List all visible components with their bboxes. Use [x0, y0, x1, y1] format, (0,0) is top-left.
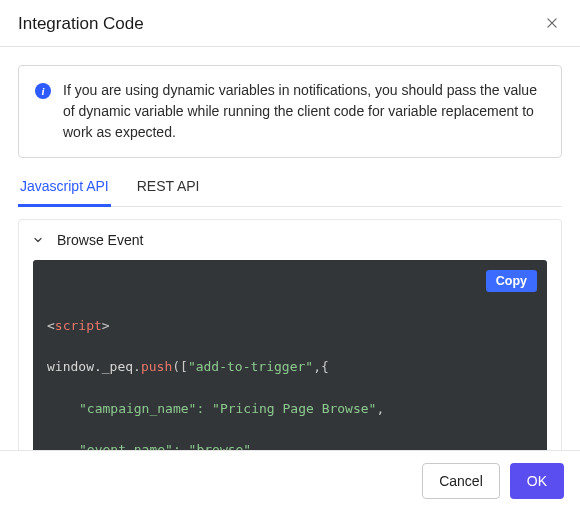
code-token: ,{ — [313, 359, 329, 374]
cancel-button[interactable]: Cancel — [422, 463, 500, 499]
code-token: "add-to-trigger" — [188, 359, 313, 374]
info-banner: i If you are using dynamic variables in … — [18, 65, 562, 158]
section-title: Browse Event — [57, 232, 143, 248]
browse-event-panel: Browse Event Copy <script> window._peq.p… — [18, 219, 562, 450]
code-token: "browse" — [189, 442, 252, 450]
code-token: push — [141, 359, 172, 374]
code-token: "event_name": — [79, 442, 181, 450]
tabs: Javascript API REST API — [18, 172, 562, 207]
tab-rest-api[interactable]: REST API — [135, 172, 202, 207]
copy-button[interactable]: Copy — [486, 270, 537, 292]
info-icon: i — [35, 83, 51, 99]
code-token: window._peq — [47, 359, 133, 374]
code-token: "Pricing Page Browse" — [212, 401, 376, 416]
close-icon — [545, 16, 559, 33]
section-toggle[interactable]: Browse Event — [19, 220, 561, 260]
code-block: Copy <script> window._peq.push(["add-to-… — [33, 260, 547, 450]
code-token: script — [55, 318, 102, 333]
chevron-down-icon — [31, 233, 45, 247]
code-token: ([ — [172, 359, 188, 374]
code-token: "campaign_name": — [79, 401, 204, 416]
ok-button[interactable]: OK — [510, 463, 564, 499]
info-text: If you are using dynamic variables in no… — [63, 80, 545, 143]
code-token: > — [102, 318, 110, 333]
code-token: , — [251, 442, 259, 450]
close-button[interactable] — [542, 14, 562, 34]
code-token: , — [376, 401, 384, 416]
tab-javascript-api[interactable]: Javascript API — [18, 172, 111, 207]
code-token: < — [47, 318, 55, 333]
modal-title: Integration Code — [18, 14, 144, 34]
code-token: . — [133, 359, 141, 374]
